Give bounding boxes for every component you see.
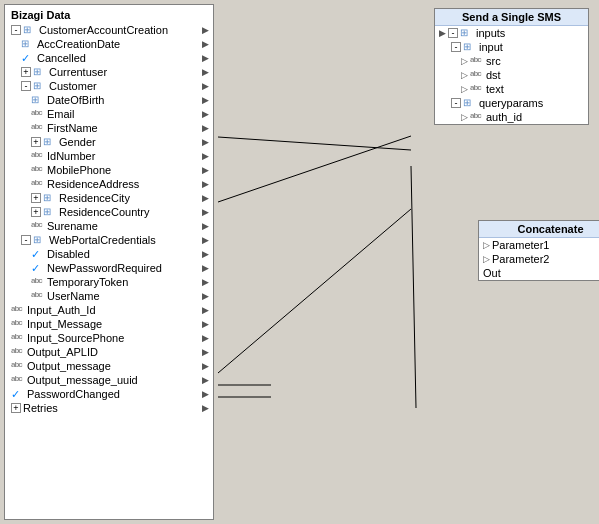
expand-Retries[interactable]: + [11, 403, 21, 413]
svg-line-5 [411, 166, 416, 408]
sms-inputs[interactable]: ▶ - ⊞ inputs [435, 26, 588, 40]
tree-item-ResidenceAddress[interactable]: abc ResidenceAddress ▶ [7, 177, 211, 191]
calendar-icon: ⊞ [31, 94, 45, 106]
inputs-label: inputs [476, 27, 505, 39]
abc-icon-src: abc [470, 55, 484, 67]
sms-auth_id[interactable]: ▷ abc auth_id [435, 110, 588, 124]
tree-item-Output_APLID[interactable]: abc Output_APLID ▶ [7, 345, 211, 359]
expand-ResidenceCountry[interactable]: + [31, 207, 41, 217]
concat-box: Concatenate ▷ Parameter1 ▷ Parameter2 Ou… [478, 220, 599, 281]
tree-item-MobilePhone[interactable]: abc MobilePhone ▶ [7, 163, 211, 177]
table-icon-queryparams: ⊞ [463, 97, 477, 109]
arrow-left-auth: ▷ [461, 112, 468, 122]
abc-icon4: abc [31, 164, 45, 176]
tree-item-Surename[interactable]: abc Surename ▶ [7, 219, 211, 233]
abc-icon5: abc [31, 178, 45, 190]
check-icon2: ✓ [31, 248, 45, 260]
queryparams-label: queryparams [479, 97, 543, 109]
input-label: input [479, 41, 503, 53]
concat-parameter2[interactable]: ▷ Parameter2 [479, 252, 599, 266]
tree-item-AccCreationDate[interactable]: ⊞ AccCreationDate ▶ [7, 37, 211, 51]
tree-item-Customer[interactable]: - ⊞ Customer ▶ [7, 79, 211, 93]
sms-dst[interactable]: ▷ abc dst [435, 68, 588, 82]
arrow-left-icon: ▶ [439, 28, 446, 38]
text-label: text [486, 83, 504, 95]
table-icon3: ⊞ [33, 80, 47, 92]
tree-item-Gender[interactable]: + ⊞ Gender ▶ [7, 135, 211, 149]
concat-box-title: Concatenate [479, 221, 599, 238]
parameter1-label: Parameter1 [492, 239, 549, 251]
tree-item-ResidenceCity[interactable]: + ⊞ ResidenceCity ▶ [7, 191, 211, 205]
main-container: Bizagi Data - ⊞ CustomerAccountCreation … [0, 0, 599, 524]
svg-line-1 [218, 137, 411, 150]
expand-CustomerAccountCreation[interactable]: - [11, 25, 21, 35]
abc-icon2: abc [31, 122, 45, 134]
out-label: Out [483, 267, 501, 279]
sms-queryparams[interactable]: - ⊞ queryparams [435, 96, 588, 110]
abc-icon3: abc [31, 150, 45, 162]
tree-item-Cancelled[interactable]: ✓ Cancelled ▶ [7, 51, 211, 65]
abc-icon10: abc [11, 318, 25, 330]
expand-inputs[interactable]: - [448, 28, 458, 38]
table-icon6: ⊞ [43, 206, 57, 218]
abc-icon-text: abc [470, 83, 484, 95]
sms-box-title: Send a Single SMS [435, 9, 588, 26]
tree-item-Output_message[interactable]: abc Output_message ▶ [7, 359, 211, 373]
abc-icon14: abc [11, 374, 25, 386]
tree-item-WebPortalCredentials[interactable]: - ⊞ WebPortalCredentials ▶ [7, 233, 211, 247]
abc-icon6: abc [31, 220, 45, 232]
svg-line-4 [218, 209, 411, 373]
svg-line-0 [218, 136, 411, 202]
tree-item-FirstName[interactable]: abc FirstName ▶ [7, 121, 211, 135]
sms-text[interactable]: ▷ abc text [435, 82, 588, 96]
concat-parameter1[interactable]: ▷ Parameter1 [479, 238, 599, 252]
abc-icon: abc [31, 108, 45, 120]
tree-item-Disabled[interactable]: ✓ Disabled ▶ [7, 247, 211, 261]
tree-item-ResidenceCountry[interactable]: + ⊞ ResidenceCountry ▶ [7, 205, 211, 219]
right-area: Send a Single SMS ▶ - ⊞ inputs - ⊞ input… [218, 0, 599, 524]
arrow-left-param2: ▷ [483, 254, 490, 264]
abc-icon11: abc [11, 332, 25, 344]
tree-item-Input_Message[interactable]: abc Input_Message ▶ [7, 317, 211, 331]
tree-item-PasswordChanged[interactable]: ✓ PasswordChanged ▶ [7, 387, 211, 401]
expand-ResidenceCity[interactable]: + [31, 193, 41, 203]
tree-item-NewPasswordRequired[interactable]: ✓ NewPasswordRequired ▶ [7, 261, 211, 275]
auth-id-label: auth_id [486, 111, 522, 123]
tree-item-DateOfBirth[interactable]: ⊞ DateOfBirth ▶ [7, 93, 211, 107]
check-icon3: ✓ [31, 262, 45, 274]
table-icon7: ⊞ [33, 234, 47, 246]
check-icon: ✓ [21, 52, 35, 64]
expand-Currentuser[interactable]: + [21, 67, 31, 77]
expand-input[interactable]: - [451, 42, 461, 52]
tree-item-TemporaryToken[interactable]: abc TemporaryToken ▶ [7, 275, 211, 289]
expand-Customer[interactable]: - [21, 81, 31, 91]
expand-WebPortalCredentials[interactable]: - [21, 235, 31, 245]
expand-queryparams[interactable]: - [451, 98, 461, 108]
arrow-left-src: ▷ [461, 56, 468, 66]
arrow-left-param1: ▷ [483, 240, 490, 250]
table-icon4: ⊞ [43, 136, 57, 148]
tree-item-Currentuser[interactable]: + ⊞ Currentuser ▶ [7, 65, 211, 79]
dst-label: dst [486, 69, 501, 81]
table-icon-sms: ⊞ [460, 27, 474, 39]
table-icon5: ⊞ [43, 192, 57, 204]
tree-item-Input_Auth_Id[interactable]: abc Input_Auth_Id ▶ [7, 303, 211, 317]
tree-item-UserName[interactable]: abc UserName ▶ [7, 289, 211, 303]
tree-item-CustomerAccountCreation[interactable]: - ⊞ CustomerAccountCreation ▶ [7, 23, 211, 37]
left-panel: Bizagi Data - ⊞ CustomerAccountCreation … [4, 4, 214, 520]
sms-input[interactable]: - ⊞ input [435, 40, 588, 54]
expand-Gender[interactable]: + [31, 137, 41, 147]
db-icon: ⊞ [23, 24, 37, 36]
concat-out[interactable]: Out ▶ [479, 266, 599, 280]
src-label: src [486, 55, 501, 67]
abc-icon12: abc [11, 346, 25, 358]
tree-item-Email[interactable]: abc Email ▶ [7, 107, 211, 121]
abc-icon-auth: abc [470, 111, 484, 123]
table-icon: ⊞ [21, 38, 35, 50]
tree-item-Retries[interactable]: + Retries ▶ [7, 401, 211, 415]
sms-src[interactable]: ▷ abc src [435, 54, 588, 68]
tree-item-Output_message_uuid[interactable]: abc Output_message_uuid ▶ [7, 373, 211, 387]
arrow-left-text: ▷ [461, 84, 468, 94]
tree-item-Input_SourcePhone[interactable]: abc Input_SourcePhone ▶ [7, 331, 211, 345]
tree-item-IdNumber[interactable]: abc IdNumber ▶ [7, 149, 211, 163]
